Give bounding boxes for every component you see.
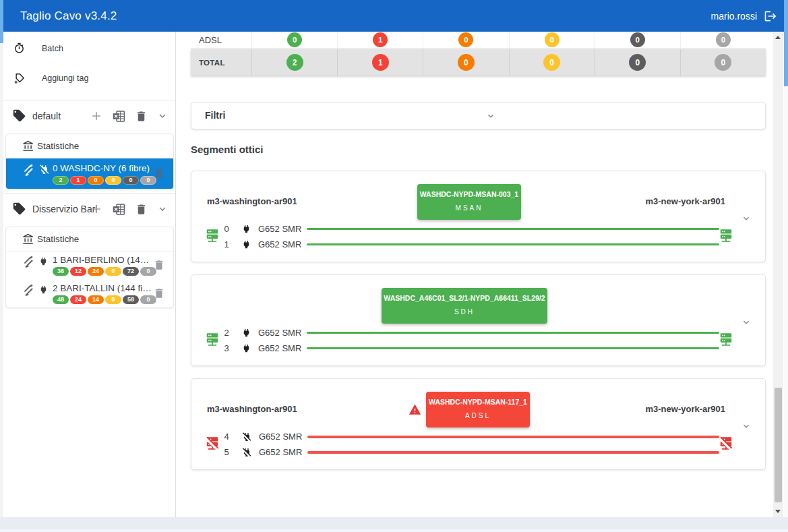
stopwatch-icon (13, 42, 25, 54)
count-badge: 2 (286, 54, 303, 71)
left-node-label: m3-washington-ar901 (207, 196, 297, 206)
add-icon[interactable] (90, 202, 103, 216)
segment-card-1: m3-washington-ar901 m3-new-york-ar901 WA… (191, 171, 766, 262)
footer-inner-strip (0, 529, 788, 532)
cable-icon (23, 256, 35, 268)
fiber-row: 0 G652 SMR (191, 221, 765, 237)
bank-icon (22, 140, 34, 152)
status-badge: 24 (88, 267, 104, 276)
cut-item-bari-berlino[interactable]: 1 BARI-BERLINO (144 fibre) 36 12 24 0 72… (6, 252, 173, 280)
plug-off-icon[interactable] (241, 447, 252, 458)
scrollbar-thumb[interactable] (784, 0, 788, 86)
status-badge: 12 (70, 267, 86, 276)
section-title: Segmenti ottici (191, 144, 264, 155)
plug-icon[interactable] (241, 239, 251, 249)
count-badge: 0 (630, 32, 645, 47)
fiber-number: 2 (221, 328, 232, 338)
status-badge: 0 (105, 176, 121, 185)
cut-item-badges: 48 24 14 0 58 0 (53, 295, 156, 304)
status-badge: 0 (88, 176, 104, 185)
trash-icon[interactable] (135, 110, 148, 123)
service-badge: WASHDC_A46C01_SL2/1-NYPD_A66411_SL29/2 S… (382, 288, 547, 324)
tag-group-card-disservizio-bari: Statistiche 1 BARI-BERLINO (144 fibre) 3… (5, 227, 174, 308)
count-badge: 0 (545, 32, 559, 47)
page-scrollbar[interactable] (784, 0, 788, 532)
chevron-down-icon[interactable] (156, 203, 169, 215)
service-type: ADSL (426, 412, 530, 419)
fiber-line (307, 436, 719, 438)
plug-icon (38, 285, 49, 295)
cut-item-washdc-ny[interactable]: 0 WASHDC-NY (6 fibre) 2 1 0 0 0 0 (6, 158, 173, 189)
cut-item-bari-tallin[interactable]: 2 BARI-TALLIN (144 fibre) 48 24 14 0 58 … (6, 280, 173, 308)
fiber-row: 3 G652 SMR (191, 341, 765, 356)
trash-icon[interactable] (153, 287, 165, 299)
scroll-down-arrow[interactable] (775, 510, 781, 513)
fiber-list: 4 G652 SMR 5 G652 SMR (191, 429, 765, 460)
fiber-line (307, 332, 719, 334)
excel-export-icon[interactable] (112, 202, 126, 216)
service-badge: WASHDC-NYPD-MSAN-117_1 ADSL (426, 392, 530, 427)
left-node-label: m3-washington-ar901 (207, 404, 297, 414)
content-scrollbar[interactable] (773, 32, 783, 517)
sidebar-item-add-tag[interactable]: Aggiungi tag (0, 63, 175, 93)
sidebar-scrollbar[interactable] (0, 0, 3, 517)
statistics-label: Statistiche (37, 227, 79, 252)
fiber-number: 4 (221, 432, 232, 442)
tag-group-header-disservizio-bari: Disservizio Bari (0, 193, 175, 224)
plug-off-icon[interactable] (241, 432, 252, 442)
scrollbar-thumb[interactable] (775, 388, 782, 502)
app-title: Taglio Cavo v3.4.2 (20, 0, 117, 32)
service-name: WASHDC-NYPD-MSAN-117_1 (426, 398, 530, 406)
filters-title: Filtri (205, 102, 225, 129)
cable-icon (23, 284, 35, 296)
service-name: WASHDC_A46C01_SL2/1-NYPD_A66411_SL29/2 (382, 294, 547, 302)
count-badge: 1 (372, 54, 389, 71)
plug-icon[interactable] (241, 328, 251, 338)
scroll-up-arrow[interactable] (775, 36, 781, 39)
tag-group-card-default: Statistiche 0 WASHDC-NY (6 fibre) 2 1 0 … (5, 134, 174, 189)
statistics-link[interactable]: Statistiche (6, 227, 173, 252)
right-node-label: m3-new-york-ar901 (646, 404, 726, 414)
scrollbar-thumb[interactable] (0, 0, 3, 43)
count-badge: 1 (373, 32, 388, 47)
trash-icon[interactable] (153, 259, 165, 271)
excel-export-icon[interactable] (112, 109, 126, 123)
statistics-link[interactable]: Statistiche (6, 134, 173, 158)
warning-icon (408, 403, 421, 416)
cut-item-label: 2 BARI-TALLIN (144 fibre) (53, 283, 152, 293)
sidebar-item-label: Aggiungi tag (42, 63, 89, 93)
bank-icon (22, 233, 34, 245)
fiber-line (307, 347, 719, 349)
logout-icon[interactable] (764, 9, 777, 23)
plug-icon[interactable] (241, 343, 251, 353)
fiber-line (307, 243, 719, 245)
cut-item-label: 1 BARI-BERLINO (144 fibre) (53, 255, 152, 265)
plug-icon[interactable] (241, 224, 251, 234)
status-badge: 48 (53, 295, 69, 304)
chevron-down-icon[interactable] (485, 111, 496, 121)
fiber-row: 4 G652 SMR (191, 429, 765, 444)
count-badge: 0 (458, 32, 473, 47)
summary-row-total: TOTAL 2 1 0 0 0 0 (191, 49, 766, 76)
service-type: SDH (382, 308, 547, 316)
status-badge: 0 (123, 176, 139, 185)
chevron-down-icon[interactable] (156, 110, 169, 122)
sidebar-item-label: Batch (42, 34, 63, 63)
plug-off-icon (38, 164, 50, 175)
trash-icon[interactable] (135, 203, 148, 216)
filters-panel[interactable]: Filtri (191, 102, 766, 129)
status-badge: 1 (70, 176, 86, 185)
username-label: mario.rossi (711, 11, 757, 22)
status-badge: 14 (88, 295, 104, 304)
service-type: MSAN (417, 204, 521, 212)
main-content: ADSL 0 1 0 0 0 0 TOTAL 2 1 0 0 0 0 Filtr… (176, 32, 773, 517)
fiber-row: 2 G652 SMR (191, 325, 765, 341)
sidebar-item-batch[interactable]: Batch (0, 34, 175, 63)
app-window: Taglio Cavo v3.4.2 mario.rossi Batch Agg… (0, 0, 788, 532)
add-icon[interactable] (90, 109, 103, 123)
trash-icon[interactable] (153, 167, 165, 179)
plug-icon (38, 256, 49, 266)
status-badge: 2 (53, 176, 69, 185)
fiber-type: G652 SMR (258, 343, 303, 353)
tag-icon (12, 202, 26, 216)
